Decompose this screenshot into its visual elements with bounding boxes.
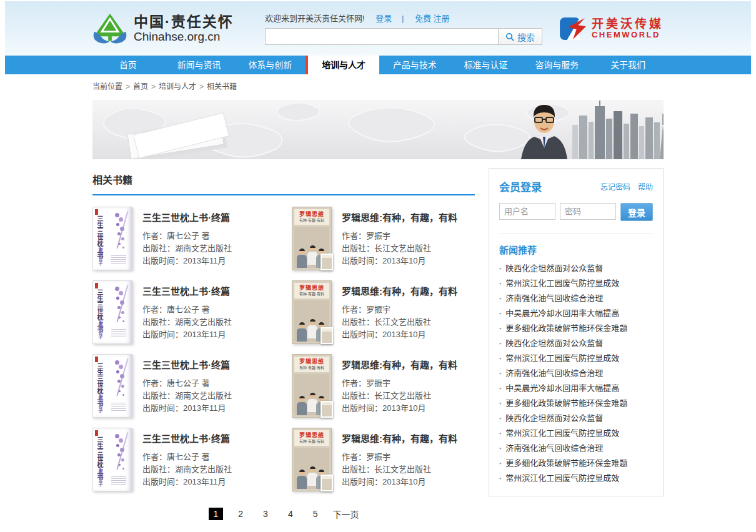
person-head — [310, 319, 316, 325]
book-title[interactable]: 三生三世枕上书·终篇 — [142, 358, 232, 371]
bullet-icon: ▪ — [499, 265, 501, 272]
book-title[interactable]: 三生三世枕上书·终篇 — [142, 284, 232, 297]
nav-item[interactable]: 关于我们 — [592, 56, 664, 74]
welcome-text: 欢迎来到开美沃责任关怀网! — [265, 14, 365, 23]
cover-subtitle: 有种·有趣·有料 — [294, 439, 329, 444]
link-separator: | — [402, 14, 404, 23]
site-logo[interactable]: 中国·责任关怀 Chinahse.org.cn — [92, 12, 265, 46]
book-publisher: 出版社：湖南文艺出版社 — [142, 242, 232, 255]
book-publisher: 出版社：长江文艺出版社 — [342, 316, 457, 328]
news-item[interactable]: ▪陕西化企坦然面对公众监督 — [499, 261, 653, 276]
logo-text: 中国·责任关怀 Chinahse.org.cn — [134, 14, 234, 44]
news-item[interactable]: ▪更多细化政策破解节能环保金难题 — [499, 396, 653, 411]
login-button[interactable]: 登录 — [620, 203, 653, 221]
breadcrumb-separator: > — [199, 82, 204, 91]
person-body — [297, 476, 307, 489]
bullet-icon: ▪ — [499, 325, 501, 332]
mini-book-inset — [321, 475, 333, 491]
chemworld-icon — [560, 17, 586, 41]
cover-title: 罗辑思维 — [294, 210, 329, 218]
book-publisher: 出版社：湖南文艺出版社 — [142, 316, 232, 328]
password-input[interactable] — [560, 203, 616, 220]
bullet-icon: ▪ — [499, 295, 501, 302]
cover-author: 唐七公子 — [97, 248, 103, 265]
news-item[interactable]: ▪中昊晨光冷却水回用率大幅提高 — [499, 381, 653, 396]
news-item[interactable]: ▪济南强化油气回收综合治理 — [499, 291, 653, 306]
news-item-text: 更多细化政策破解节能环保金难题 — [505, 398, 627, 408]
help-link[interactable]: 帮助 — [638, 181, 653, 192]
cover-text-lines — [111, 476, 126, 486]
book-title[interactable]: 罗辑思维:有种，有趣，有料 — [342, 284, 457, 297]
chemworld-logo[interactable]: 开美沃传媒 CHEMWORLD — [560, 17, 664, 41]
book-cover[interactable]: 罗辑思维有种·有趣·有料 — [292, 428, 332, 491]
nav-item[interactable]: 新闻与资讯 — [164, 56, 235, 74]
book-date: 出版时间：2013年10月 — [342, 402, 457, 415]
book-cover[interactable]: 三生三世枕上书唐七公子 — [92, 354, 132, 418]
book-cover[interactable]: 罗辑思维有种·有趣·有料 — [292, 280, 332, 344]
news-item-text: 济南强化油气回收综合治理 — [505, 293, 603, 303]
news-item[interactable]: ▪常州滨江化工园废气防控显成效 — [499, 276, 653, 291]
cover-title: 罗辑思维 — [294, 358, 329, 365]
nav-item[interactable]: 首页 — [92, 56, 164, 74]
book-cover[interactable]: 三生三世枕上书唐七公子 — [92, 207, 132, 270]
news-item[interactable]: ▪更多细化政策破解节能环保金难题 — [499, 321, 653, 336]
breadcrumb-item[interactable]: 首页 — [133, 82, 148, 91]
book-cover[interactable]: 三生三世枕上书唐七公子 — [92, 280, 132, 344]
book-title[interactable]: 三生三世枕上书·终篇 — [142, 210, 232, 224]
pagination-page[interactable]: 3 — [258, 508, 273, 520]
seal-mark-icon — [95, 283, 98, 288]
news-item[interactable]: ▪济南强化油气回收综合治理 — [499, 366, 653, 381]
book-title[interactable]: 罗辑思维:有种，有趣，有料 — [342, 210, 457, 224]
book-cover[interactable]: 罗辑思维有种·有趣·有料 — [292, 207, 332, 270]
nav-item[interactable]: 标准与认证 — [450, 56, 522, 74]
bullet-icon: ▪ — [499, 340, 501, 347]
book-item: 罗辑思维有种·有趣·有料罗辑思维:有种，有趣，有料作者：罗振宇出版社：长江文艺出… — [292, 207, 475, 270]
book-title[interactable]: 三生三世枕上书·终篇 — [142, 431, 232, 445]
person-head — [299, 322, 305, 328]
forgot-password-link[interactable]: 忘记密码 — [600, 181, 630, 192]
breadcrumb-item[interactable]: 培训与人才 — [159, 82, 196, 91]
brand-name-cn: 开美沃传媒 — [592, 18, 664, 31]
username-input[interactable] — [499, 203, 555, 220]
nav-item[interactable]: 体系与创新 — [235, 56, 306, 74]
mini-book-inset — [321, 401, 333, 418]
breadcrumb-label: 当前位置 — [92, 82, 122, 91]
pagination-page[interactable]: 2 — [233, 508, 248, 520]
login-link[interactable]: 登录 — [376, 14, 392, 23]
pagination-next[interactable]: 下一页 — [332, 508, 359, 520]
person-body — [297, 402, 307, 415]
news-item[interactable]: ▪陕西化企坦然面对公众监督 — [499, 336, 653, 351]
book-cover[interactable]: 罗辑思维有种·有趣·有料 — [292, 354, 332, 418]
search-input[interactable] — [265, 28, 499, 45]
book-author: 作者：罗振宇 — [342, 451, 457, 463]
book-title[interactable]: 罗辑思维:有种，有趣，有料 — [342, 431, 457, 445]
news-item[interactable]: ▪更多细化政策破解节能环保金难题 — [499, 456, 653, 471]
news-item[interactable]: ▪常州滨江化工园废气防控显成效 — [499, 351, 653, 366]
news-item-text: 陕西化企坦然面对公众监督 — [505, 413, 603, 423]
register-link[interactable]: 免费 注册 — [415, 14, 450, 23]
bullet-icon: ▪ — [499, 385, 501, 392]
book-title[interactable]: 罗辑思维:有种，有趣，有料 — [342, 358, 457, 371]
news-item[interactable]: ▪济南强化油气回收综合治理 — [499, 441, 653, 456]
bullet-icon: ▪ — [499, 415, 501, 421]
book-item: 三生三世枕上书唐七公子三生三世枕上书·终篇作者：唐七公子 著出版社：湖南文艺出版… — [92, 354, 276, 418]
person-figure — [297, 470, 307, 489]
news-item[interactable]: ▪常州滨江化工园废气防控显成效 — [499, 426, 653, 441]
news-item[interactable]: ▪陕西化企坦然面对公众监督 — [499, 411, 653, 426]
nav-item[interactable]: 产品与技术 — [379, 56, 450, 74]
news-item[interactable]: ▪中昊晨光冷却水回用率大幅提高 — [499, 306, 653, 321]
nav-item[interactable]: 咨询与服务 — [522, 56, 593, 74]
news-item[interactable]: ▪常州滨江化工园废气防控显成效 — [499, 471, 653, 486]
book-author: 作者：罗振宇 — [342, 377, 457, 390]
brand-name-en: CHEMWORLD — [592, 31, 664, 39]
person-figure — [297, 322, 307, 342]
pagination-page[interactable]: 4 — [283, 508, 298, 520]
pagination-page[interactable]: 5 — [308, 508, 323, 520]
bullet-icon: ▪ — [499, 280, 501, 287]
nav-item[interactable]: 培训与人才 — [306, 56, 379, 74]
search-button[interactable]: 搜索 — [498, 28, 542, 45]
search-button-label: 搜索 — [517, 31, 535, 43]
pagination-page[interactable]: 1 — [209, 508, 224, 520]
book-cover[interactable]: 三生三世枕上书唐七公子 — [92, 428, 132, 491]
news-item-text: 中昊晨光冷却水回用率大幅提高 — [505, 308, 619, 318]
